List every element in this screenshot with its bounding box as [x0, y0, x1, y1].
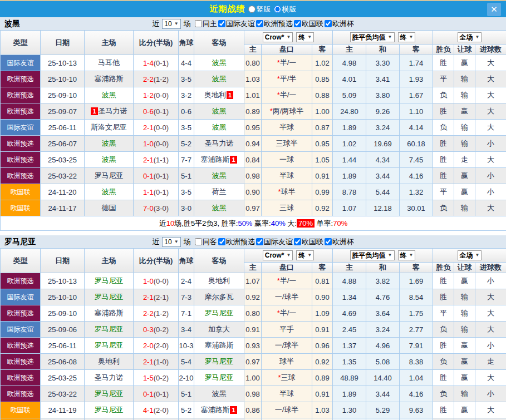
competition-1-2-checkbox[interactable]	[294, 238, 301, 245]
competition-1-3-checkbox[interactable]	[325, 238, 332, 245]
period-select[interactable]: 全场▼	[458, 250, 482, 260]
competition-1-1-checkbox[interactable]	[256, 238, 263, 245]
odds-time-select[interactable]: 终▼	[296, 32, 314, 42]
mean-home: 1.37	[333, 338, 366, 354]
home-team-name: 罗马尼亚	[95, 389, 124, 398]
comp-cell: 国际友谊	[1, 289, 41, 305]
comp-cell: 国际友谊	[1, 322, 41, 338]
period-select[interactable]: 全场▼	[458, 32, 482, 42]
odds-company-select[interactable]: Crow*▼	[263, 32, 293, 42]
competition-0-0-checkbox[interactable]	[218, 20, 225, 27]
match-count-select[interactable]: 10▼	[162, 19, 180, 29]
odds-company-select[interactable]: Crow*▼	[263, 250, 293, 260]
dropdown-arrow-icon: ▼	[174, 19, 179, 28]
handicap-text: 三球	[281, 373, 296, 382]
horizontal-radio[interactable]	[274, 6, 281, 13]
away-team: 奥地利1	[194, 87, 244, 103]
result-handicap: 赢	[454, 418, 475, 420]
handicap-line: 一/球半	[262, 402, 312, 418]
mean-type-select[interactable]: 胜平负均值▼	[350, 32, 395, 42]
competition-1-0-checkbox[interactable]	[218, 238, 225, 245]
away-team: 摩尔多瓦	[194, 289, 244, 305]
dropdown-arrow-icon: ▼	[475, 33, 480, 42]
competition-badge: 欧国联	[1, 402, 40, 418]
competition-0-1-checkbox[interactable]	[256, 20, 263, 27]
competition-0-2-checkbox[interactable]	[294, 20, 301, 27]
layout-vertical-option[interactable]: 竖版	[248, 4, 271, 14]
near-label: 近	[152, 237, 159, 247]
match-score: 0-6(0-1)	[134, 103, 179, 120]
mean-time-select[interactable]: 终▼	[398, 250, 416, 260]
mean-home: 4.69	[333, 305, 366, 322]
result-handicap: 输	[454, 386, 475, 402]
same-venue-checkbox[interactable]	[195, 20, 202, 27]
match-score: 0-3(0-2)	[134, 322, 179, 338]
fulltime-header-group: 全场▼	[433, 31, 506, 45]
sub-header-4: 和	[366, 45, 400, 55]
sub-header-6: 胜负	[433, 263, 454, 273]
mean-home: 1.89	[333, 120, 366, 136]
match-score: 1-5(0-2)	[134, 370, 179, 386]
filter-bar: 近10▼场同主国际友谊欧洲预选欧国联欧洲杯	[152, 19, 353, 29]
handicap-odds-home: 0.84	[244, 152, 262, 168]
result-goals: 大	[475, 289, 506, 305]
mean-draw: 3.82	[366, 273, 400, 289]
competition-badge: 欧洲预选	[1, 152, 40, 167]
mean-away: 1.32	[400, 184, 433, 200]
col-header-4: 角球	[179, 31, 194, 55]
handicap-odds-home: 0.93	[244, 338, 262, 354]
fulltime-score: 2-2	[143, 309, 154, 318]
layout-horizontal-option[interactable]: 横版	[274, 4, 297, 14]
result-goals: 大	[475, 322, 506, 338]
same-venue-checkbox[interactable]	[195, 238, 202, 245]
summary-part-1: 10	[166, 219, 174, 228]
away-team: 罗马尼亚	[194, 305, 244, 322]
vertical-radio[interactable]	[248, 6, 256, 13]
handicap-odds-away: 0.94	[312, 418, 333, 420]
mean-time-select[interactable]: 终▼	[398, 32, 416, 42]
sub-header-1: 盘口	[262, 263, 312, 273]
mean-away: 8.54	[400, 289, 433, 305]
table-row: 欧洲预选25-06-07波黑1-0(0-0)5-2圣马力诺0.94三球半0.95…	[1, 136, 506, 152]
col-header-3: 比分(半场)	[134, 31, 179, 55]
competition-0-0-option[interactable]: 国际友谊	[218, 19, 255, 29]
match-date: 25-06-08	[41, 354, 85, 370]
competition-0-3-option[interactable]: 欧洲杯	[325, 19, 354, 29]
fulltime-score: 2-1	[143, 156, 154, 164]
odds-time-select[interactable]: 终▼	[296, 250, 314, 260]
handicap-line: 三球半	[262, 136, 312, 152]
competition-badge: 欧洲预选	[1, 103, 40, 119]
mean-away: 4.16	[400, 168, 433, 184]
competition-1-0-option[interactable]: 欧洲预选	[218, 237, 255, 247]
table-row: 国际友谊25-10-13马耳他1-4(0-1)4-4波黑0.80*半/一1.02…	[1, 55, 506, 71]
match-count-select[interactable]: 10▼	[162, 237, 180, 247]
handicap-odds-away: 0.92	[312, 354, 333, 370]
away-team-name: 波黑	[212, 123, 227, 131]
competition-0-3-label: 欧洲杯	[332, 19, 354, 29]
mean-home: 2.45	[333, 322, 366, 338]
corner-score: 2-10	[179, 370, 194, 386]
result-handicap: 输	[454, 289, 475, 305]
same-venue-option[interactable]: 同客	[195, 237, 217, 247]
mean-header-group: 胜平负均值▼终▼	[333, 249, 433, 263]
competition-badge: 国际友谊	[1, 289, 40, 305]
mean-away: 9.63	[400, 402, 433, 418]
competition-1-1-option[interactable]: 国际友谊	[256, 237, 293, 247]
corner-score: 5-4	[179, 354, 194, 370]
competition-1-2-option[interactable]: 欧国联	[294, 237, 323, 247]
close-icon[interactable]: ✕	[487, 3, 501, 16]
halftime-score: (1-2)	[154, 75, 169, 83]
handicap-line: 一/球半	[262, 289, 312, 305]
handicap-line: 一球	[262, 152, 312, 168]
mean-type-select[interactable]: 胜平负均值▼	[350, 250, 395, 260]
competition-0-2-option[interactable]: 欧国联	[294, 19, 323, 29]
competition-1-3-option[interactable]: 欧洲杯	[325, 237, 354, 247]
same-venue-option[interactable]: 同主	[195, 19, 217, 29]
comp-cell: 欧洲预选	[1, 370, 41, 386]
handicap-odds-away: 0.92	[312, 200, 333, 216]
competition-0-3-checkbox[interactable]	[325, 20, 332, 27]
mean-time-select-value: 终	[400, 33, 407, 42]
competition-0-1-option[interactable]: 欧洲预选	[256, 19, 293, 29]
halftime-score: (0-1)	[154, 172, 169, 180]
away-team: 波黑	[194, 168, 244, 184]
